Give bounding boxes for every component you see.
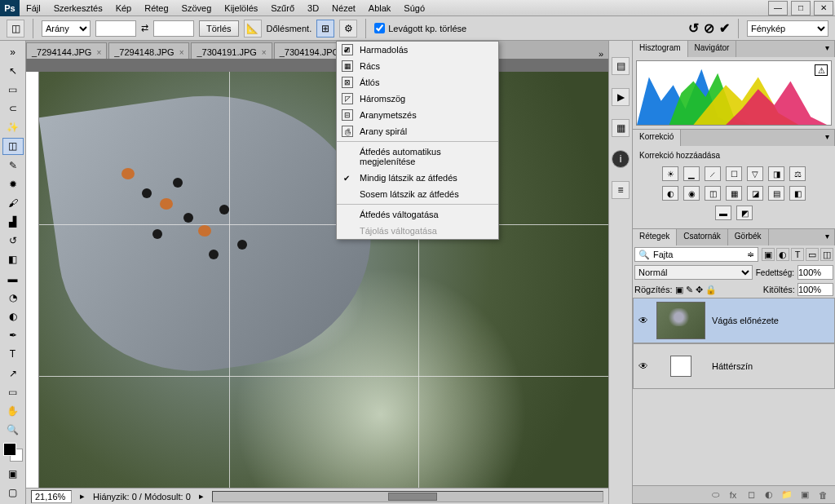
- canvas[interactable]: [39, 72, 608, 488]
- history-panel-icon[interactable]: ▤: [612, 57, 630, 75]
- menu-layer[interactable]: Réteg: [138, 1, 175, 15]
- gradient-map-icon[interactable]: ▬: [715, 206, 731, 220]
- lock-all-icon[interactable]: 🔒: [705, 285, 717, 294]
- auto-show-overlay[interactable]: Átfedés automatikus megjelenítése: [337, 144, 498, 170]
- eyedropper-tool[interactable]: ✎: [2, 157, 24, 174]
- layer-thumbnail[interactable]: [656, 302, 705, 339]
- overlay-thirds[interactable]: ✔⊞Harmadolás: [337, 42, 498, 58]
- crop-tool-preset-icon[interactable]: ◫: [7, 20, 24, 38]
- eraser-tool[interactable]: ◧: [2, 251, 24, 268]
- panel-menu-icon[interactable]: ▾: [820, 41, 835, 57]
- expand-toolbox-icon[interactable]: »: [2, 43, 24, 60]
- zoom-level[interactable]: 21,16%: [31, 490, 72, 503]
- commit-crop-icon[interactable]: ✔: [719, 20, 730, 36]
- histogram-warning-icon[interactable]: ⚠: [815, 64, 828, 76]
- crop-width-input[interactable]: [95, 20, 136, 37]
- curves-icon[interactable]: ⟋: [705, 166, 721, 181]
- tab-channels[interactable]: Csatornák: [677, 229, 728, 245]
- vertical-ruler[interactable]: [26, 72, 39, 488]
- threshold-icon[interactable]: ◧: [789, 186, 806, 201]
- layer-mask-icon[interactable]: ◻: [744, 489, 758, 500]
- close-button[interactable]: ✕: [814, 1, 833, 15]
- close-icon[interactable]: ×: [96, 48, 101, 57]
- swap-dimensions-icon[interactable]: ⇄: [141, 23, 148, 33]
- tab-overflow-icon[interactable]: »: [594, 49, 608, 59]
- blend-mode-select[interactable]: Normál: [634, 265, 753, 280]
- delete-cropped-checkbox[interactable]: Levágott kp. törlése: [374, 23, 466, 33]
- menu-image[interactable]: Kép: [109, 1, 139, 15]
- panel-menu-icon[interactable]: ▾: [820, 130, 835, 146]
- tab-paths[interactable]: Görbék: [728, 229, 769, 245]
- visibility-icon[interactable]: 👁: [638, 360, 650, 372]
- adjustment-layer-icon[interactable]: ◐: [762, 489, 776, 500]
- overlay-triangle[interactable]: ◸Háromszög: [337, 91, 498, 107]
- properties-panel-icon[interactable]: ▦: [612, 119, 630, 137]
- doc-tab[interactable]: _7294144.JPG×: [26, 42, 107, 59]
- layer-name[interactable]: Háttérszín: [712, 361, 753, 371]
- artwork[interactable]: [39, 72, 608, 488]
- brightness-icon[interactable]: ☀: [662, 166, 678, 181]
- selective-color-icon[interactable]: ◩: [736, 206, 753, 220]
- overlay-diagonal[interactable]: ⊠Átlós: [337, 74, 498, 91]
- overlay-golden-ratio[interactable]: ⊟Aranymetszés: [337, 107, 498, 123]
- filter-shape-icon[interactable]: ▭: [806, 248, 819, 261]
- visibility-icon[interactable]: 👁: [638, 315, 650, 326]
- cancel-crop-icon[interactable]: ⊘: [704, 20, 714, 36]
- menu-window[interactable]: Ablak: [362, 1, 398, 15]
- type-tool[interactable]: T: [2, 346, 24, 363]
- actions-panel-icon[interactable]: ▶: [612, 88, 630, 106]
- lasso-tool[interactable]: ⊂: [2, 100, 24, 117]
- menu-filter[interactable]: Szűrő: [264, 1, 301, 15]
- menu-view[interactable]: Nézet: [325, 1, 362, 15]
- tab-histogram[interactable]: Hisztogram: [633, 41, 688, 57]
- history-brush-tool[interactable]: ↺: [2, 232, 24, 250]
- opacity-input[interactable]: [797, 265, 833, 280]
- scroll-thumb[interactable]: [388, 493, 437, 501]
- crop-height-input[interactable]: [153, 20, 194, 37]
- lock-transparency-icon[interactable]: ▣: [675, 285, 683, 294]
- menu-file[interactable]: Fájl: [20, 1, 47, 15]
- clone-stamp-tool[interactable]: ▟: [2, 214, 24, 231]
- maximize-button[interactable]: □: [791, 1, 811, 15]
- overlay-options-icon[interactable]: ⊞: [316, 20, 334, 38]
- brush-tool[interactable]: 🖌: [2, 194, 24, 211]
- clear-button[interactable]: Törlés: [199, 20, 239, 37]
- group-icon[interactable]: 📁: [780, 489, 794, 500]
- minimize-button[interactable]: —: [768, 1, 788, 15]
- never-show-overlay[interactable]: Sosem látszik az átfedés: [337, 186, 498, 202]
- hand-tool[interactable]: ✋: [2, 402, 24, 419]
- foreground-color-swatch[interactable]: [3, 443, 16, 456]
- filter-adjust-icon[interactable]: ◐: [776, 248, 789, 261]
- layer-style-icon[interactable]: fx: [726, 490, 740, 500]
- healing-brush-tool[interactable]: ✹: [2, 175, 24, 192]
- filter-smart-icon[interactable]: ◫: [820, 248, 833, 261]
- doc-tab[interactable]: _7304191.JPG×: [191, 42, 272, 59]
- invert-icon[interactable]: ◪: [747, 186, 763, 201]
- menu-help[interactable]: Súgó: [397, 1, 431, 15]
- info-panel-icon[interactable]: i: [612, 150, 630, 168]
- pen-tool[interactable]: ✒: [2, 327, 24, 344]
- menu-text[interactable]: Szöveg: [175, 1, 219, 15]
- overlay-golden-spiral[interactable]: ௹Arany spirál: [337, 123, 498, 139]
- cycle-overlay[interactable]: Átfedés váltogatása: [337, 206, 498, 223]
- photo-filter-icon[interactable]: ◉: [683, 186, 700, 201]
- tab-navigator[interactable]: Navigátor: [688, 41, 737, 57]
- layer-row[interactable]: 👁 Vágás előnézete: [633, 298, 835, 343]
- bw-icon[interactable]: ◐: [662, 186, 678, 201]
- channel-mixer-icon[interactable]: ◫: [705, 186, 721, 201]
- quick-mask-icon[interactable]: ▣: [2, 466, 24, 483]
- menu-select[interactable]: Kijelölés: [218, 1, 264, 15]
- posterize-icon[interactable]: ▤: [768, 186, 784, 201]
- layer-filter-search[interactable]: 🔍 Fajta ≑: [634, 247, 758, 262]
- delete-cropped-input[interactable]: [374, 23, 385, 33]
- menu-3d[interactable]: 3D: [301, 1, 325, 15]
- panel-menu-icon[interactable]: ▾: [820, 229, 835, 245]
- color-lookup-icon[interactable]: ▦: [726, 186, 742, 201]
- color-swatches[interactable]: [3, 443, 23, 462]
- straighten-icon[interactable]: 📐: [244, 20, 262, 38]
- filter-pixel-icon[interactable]: ▣: [762, 248, 775, 261]
- adjustments-panel-icon[interactable]: ≡: [612, 181, 630, 199]
- lock-position-icon[interactable]: ✥: [696, 285, 703, 294]
- layer-name[interactable]: Vágás előnézete: [712, 316, 779, 325]
- layer-row[interactable]: 👁 Háttérszín: [633, 343, 835, 389]
